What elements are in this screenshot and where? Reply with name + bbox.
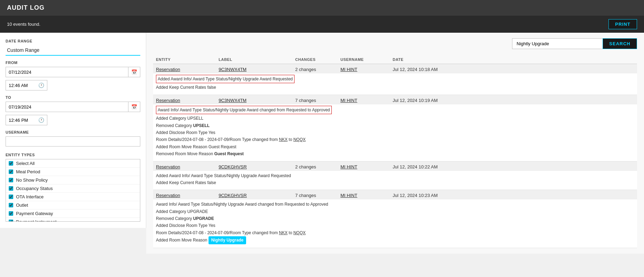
changes-text: 2 changes xyxy=(295,67,340,72)
entity-types-list: Select All Meal Period No Show Policy Oc… xyxy=(6,159,140,222)
main-layout: DATE RANGE Custom Range FROM 📅 🕐 TO 📅 🕐 … xyxy=(0,33,644,254)
occupancy-status-label[interactable]: Occupancy Status xyxy=(16,186,53,191)
label-link[interactable]: 9C3NWX4TM xyxy=(219,67,295,72)
from-date-input[interactable] xyxy=(6,68,128,77)
username-link[interactable]: MI HINT xyxy=(340,98,393,103)
right-panel: SEARCH ENTITY LABEL CHANGES USERNAME DAT… xyxy=(146,33,644,254)
entity-item-meal-period[interactable]: Meal Period xyxy=(6,168,140,176)
detail-line: Removed Category UPSELL xyxy=(156,122,634,129)
username-link[interactable]: MI HINT xyxy=(340,193,393,198)
detail-line: Award Info/ Award Type Status/Nightly Up… xyxy=(156,201,634,208)
label-link[interactable]: 9CDKGHVSR xyxy=(219,164,295,169)
events-found: 10 events found. xyxy=(7,22,40,27)
detail-line: Removed Category UPGRADE xyxy=(156,215,634,222)
from-time-input[interactable] xyxy=(6,81,36,90)
to-date-input-row: 📅 xyxy=(6,102,140,112)
entity-item-select-all[interactable]: Select All xyxy=(6,159,140,168)
from-clock-icon[interactable]: 🕐 xyxy=(36,80,47,90)
outlet-label[interactable]: Outlet xyxy=(16,203,28,208)
payment-instrument-checkbox[interactable] xyxy=(9,220,13,222)
events-bar: 10 events found. PRINT xyxy=(0,16,644,33)
from-calendar-icon[interactable]: 📅 xyxy=(128,67,140,77)
detail-line: Added Award Info/ Award Type Status/Nigh… xyxy=(156,75,634,84)
nightly-upgrade-badge: Nightly Upgrade xyxy=(209,236,246,244)
page-header: AUDIT LOG xyxy=(0,0,644,16)
detail-line: Added Disclose Room Type Yes xyxy=(156,222,634,229)
ota-interface-checkbox[interactable] xyxy=(9,195,13,199)
audit-row-details: Award Info/ Award Type Status/Nightly Up… xyxy=(153,104,637,161)
from-date-input-row: 📅 xyxy=(6,67,140,77)
to-time-input[interactable] xyxy=(6,116,36,125)
entity-link[interactable]: Reservation xyxy=(156,67,219,72)
date-text: Jul 12, 2024 10:22 AM xyxy=(393,164,462,169)
detail-line: Removed Room Move Reason Guest Request xyxy=(156,150,634,157)
audit-row-header: Reservation 9CDKGHVSR 2 changes MI HINT … xyxy=(153,161,637,171)
payment-gateway-checkbox[interactable] xyxy=(9,211,13,216)
date-range-select[interactable]: Custom Range xyxy=(6,45,140,56)
changes-text: 7 changes xyxy=(295,193,340,198)
payment-gateway-label[interactable]: Payment Gateway xyxy=(16,211,53,216)
entity-link[interactable]: Reservation xyxy=(156,164,219,169)
no-show-policy-checkbox[interactable] xyxy=(9,178,13,182)
entity-link[interactable]: Reservation xyxy=(156,193,219,198)
select-all-checkbox[interactable] xyxy=(9,161,13,166)
audit-row-details: Award Info/ Award Type Status/Nightly Up… xyxy=(153,199,637,247)
search-input[interactable] xyxy=(512,38,603,49)
col-changes: CHANGES xyxy=(295,57,340,62)
no-show-policy-label[interactable]: No Show Policy xyxy=(16,177,48,183)
highlight-box: Award Info/ Award Type Status/Nightly Up… xyxy=(156,106,332,114)
highlight-box: Added Award Info/ Award Type Status/Nigh… xyxy=(156,75,294,83)
entity-item-ota[interactable]: OTA Interface xyxy=(6,193,140,201)
occupancy-status-checkbox[interactable] xyxy=(9,186,13,191)
to-label: TO xyxy=(6,95,140,100)
username-input[interactable] xyxy=(6,136,140,147)
detail-line: Added Award Info/ Award Type Status/Nigh… xyxy=(156,172,634,179)
table-row: Reservation 9C3NWX4TM 2 changes MI HINT … xyxy=(153,64,637,95)
search-button[interactable]: SEARCH xyxy=(603,38,637,49)
outlet-checkbox[interactable] xyxy=(9,203,13,207)
detail-line: Added Keep Current Rates false xyxy=(156,84,634,91)
entity-link[interactable]: Reservation xyxy=(156,98,219,103)
page-title: AUDIT LOG xyxy=(7,4,45,11)
date-range-label: DATE RANGE xyxy=(6,39,140,43)
audit-row-header: Reservation 9C3NWX4TM 2 changes MI HINT … xyxy=(153,64,637,73)
entity-item-payment-gateway[interactable]: Payment Gateway xyxy=(6,209,140,218)
meal-period-label[interactable]: Meal Period xyxy=(16,169,40,174)
detail-line: Added Keep Current Rates false xyxy=(156,179,634,186)
from-label: FROM xyxy=(6,61,140,65)
from-time-input-row: 🕐 xyxy=(6,80,47,90)
changes-text: 7 changes xyxy=(295,98,340,103)
entity-item-outlet[interactable]: Outlet xyxy=(6,201,140,209)
detail-line: Added Disclose Room Type Yes xyxy=(156,129,634,136)
audit-row-header: Reservation 9CDKGHVSR 7 changes MI HINT … xyxy=(153,190,637,199)
detail-line: Added Category UPGRADE xyxy=(156,208,634,215)
print-button[interactable]: PRINT xyxy=(608,19,637,29)
label-link[interactable]: 9CDKGHVSR xyxy=(219,193,295,198)
username-link[interactable]: MI HINT xyxy=(340,164,393,169)
entity-item-occupancy[interactable]: Occupancy Status xyxy=(6,184,140,193)
date-text: Jul 12, 2024 10:19 AM xyxy=(393,98,462,103)
to-clock-icon[interactable]: 🕐 xyxy=(36,115,47,125)
username-label: USERNAME xyxy=(6,130,140,134)
detail-line: Room Details/2024-07-08 - 2024-07-09/Roo… xyxy=(156,229,634,236)
audit-row-header: Reservation 9C3NWX4TM 7 changes MI HINT … xyxy=(153,95,637,104)
meal-period-checkbox[interactable] xyxy=(9,169,13,174)
audit-row-details: Added Award Info/ Award Type Status/Nigh… xyxy=(153,171,637,190)
ota-interface-label[interactable]: OTA Interface xyxy=(16,194,44,199)
to-date-input[interactable] xyxy=(6,102,128,112)
col-username: USERNAME xyxy=(340,57,393,62)
entity-item-no-show[interactable]: No Show Policy xyxy=(6,176,140,184)
to-calendar-icon[interactable]: 📅 xyxy=(128,102,140,112)
username-link[interactable]: MI HINT xyxy=(340,67,393,72)
select-all-label[interactable]: Select All xyxy=(16,161,34,166)
detail-line: Room Details/2024-07-08 - 2024-07-09/Roo… xyxy=(156,136,634,143)
table-row: Reservation 9CDKGHVSR 2 changes MI HINT … xyxy=(153,161,637,190)
changes-text: 2 changes xyxy=(295,164,340,169)
detail-line: Added Room Move Reason Guest Request xyxy=(156,143,634,150)
entity-item-payment-instrument[interactable]: Payment Instrument xyxy=(6,218,140,222)
col-entity: ENTITY xyxy=(156,57,219,62)
detail-line: Added Category UPSELL xyxy=(156,115,634,122)
table-header: ENTITY LABEL CHANGES USERNAME DATE xyxy=(153,55,637,64)
payment-instrument-label[interactable]: Payment Instrument xyxy=(16,219,56,222)
label-link[interactable]: 9C3NWX4TM xyxy=(219,98,295,103)
